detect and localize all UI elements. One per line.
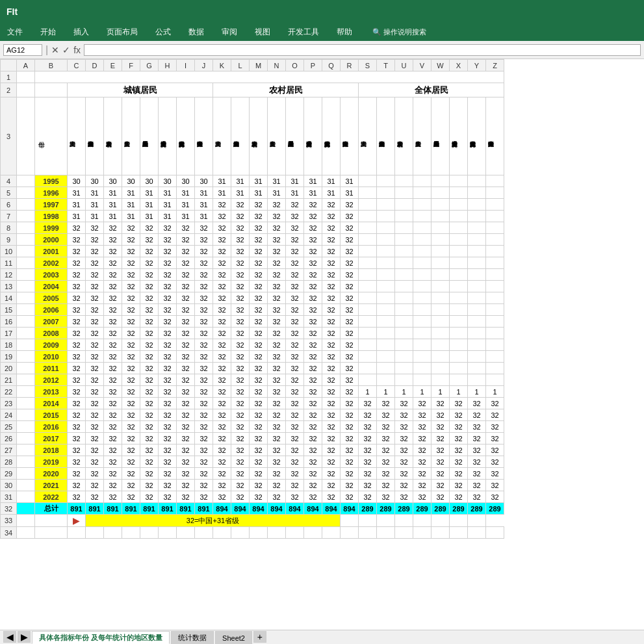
cell-urban-13-3[interactable]: 32 xyxy=(122,281,140,292)
cell-urban-13-2[interactable]: 32 xyxy=(104,281,122,292)
cell-urban-24-5[interactable]: 32 xyxy=(159,409,177,421)
cell-rural-9-7[interactable]: 32 xyxy=(341,234,359,246)
cell-34-9[interactable] xyxy=(195,527,213,539)
cell-urban-4-7[interactable]: 30 xyxy=(195,175,213,187)
cell-urban-12-6[interactable]: 32 xyxy=(177,269,195,281)
cell-b23-year[interactable]: 2014 xyxy=(35,398,68,409)
cell-urban-28-4[interactable]: 32 xyxy=(140,456,159,468)
formula-input[interactable] xyxy=(84,44,641,56)
cell-rural-13-1[interactable]: 32 xyxy=(231,281,250,292)
cell-urban-26-0[interactable]: 32 xyxy=(68,433,86,444)
cell-all-6-6[interactable] xyxy=(468,199,486,211)
cell-all-16-2[interactable] xyxy=(395,316,413,328)
cell-urban-21-1[interactable]: 32 xyxy=(86,374,104,386)
cell-urban-16-0[interactable]: 32 xyxy=(68,316,86,328)
cell-urban-10-5[interactable]: 32 xyxy=(159,246,177,257)
cell-all-10-2[interactable] xyxy=(395,246,413,257)
cell-34-19[interactable] xyxy=(377,527,395,539)
cell-all-31-1[interactable]: 32 xyxy=(377,491,395,503)
cell-all-16-3[interactable] xyxy=(413,316,431,328)
cell-urban-30-3[interactable]: 32 xyxy=(122,480,140,491)
cell-total-all-2[interactable]: 289 xyxy=(395,503,413,515)
col-w-header[interactable]: W xyxy=(431,60,450,71)
cell-rural-16-3[interactable]: 32 xyxy=(268,316,286,328)
cell-rural-24-4[interactable]: 32 xyxy=(286,409,304,421)
cell-all-8-4[interactable] xyxy=(431,222,450,234)
cell-rural-27-6[interactable]: 32 xyxy=(322,444,341,456)
cell-all-13-4[interactable] xyxy=(431,281,450,292)
cell-all-14-0[interactable] xyxy=(359,292,377,304)
cell-rural-24-3[interactable]: 32 xyxy=(268,409,286,421)
cell-urban-19-2[interactable]: 32 xyxy=(104,351,122,363)
cell-all-29-5[interactable]: 32 xyxy=(450,468,468,480)
cell-all-27-3[interactable]: 32 xyxy=(413,444,431,456)
cell-rural-6-3[interactable]: 32 xyxy=(268,199,286,211)
cell-urban-4-1[interactable]: 30 xyxy=(86,175,104,187)
cell-all-6-3[interactable] xyxy=(413,199,431,211)
cell-all-20-1[interactable] xyxy=(377,363,395,374)
cell-rural-21-1[interactable]: 32 xyxy=(231,374,250,386)
cell-rural-15-5[interactable]: 32 xyxy=(304,304,322,316)
cell-rural-11-6[interactable]: 32 xyxy=(322,257,341,269)
cell-rural-22-5[interactable]: 32 xyxy=(304,386,322,398)
cell-all-11-5[interactable] xyxy=(450,257,468,269)
cell-all-21-6[interactable] xyxy=(468,374,486,386)
cell-urban-26-1[interactable]: 32 xyxy=(86,433,104,444)
cell-34-0[interactable] xyxy=(17,527,35,539)
cell-all-5-4[interactable] xyxy=(431,187,450,199)
cell-all-17-2[interactable] xyxy=(395,328,413,339)
cell-all-21-5[interactable] xyxy=(450,374,468,386)
cell-34-13[interactable] xyxy=(268,527,286,539)
cell-urban-19-4[interactable]: 32 xyxy=(140,351,159,363)
col-q-header[interactable]: Q xyxy=(322,60,341,71)
cell-all-8-1[interactable] xyxy=(377,222,395,234)
cell-rural-24-5[interactable]: 32 xyxy=(304,409,322,421)
cell-all-15-5[interactable] xyxy=(450,304,468,316)
cell-a18[interactable] xyxy=(17,339,35,351)
cell-urban-7-3[interactable]: 31 xyxy=(122,211,140,222)
menu-help[interactable]: 帮助 xyxy=(333,25,356,39)
cell-rural-24-0[interactable]: 32 xyxy=(213,409,231,421)
cell-all-31-7[interactable]: 32 xyxy=(486,491,504,503)
cell-rural-29-7[interactable]: 32 xyxy=(341,468,359,480)
cell-urban-31-1[interactable]: 32 xyxy=(86,491,104,503)
cell-all-15-1[interactable] xyxy=(377,304,395,316)
cell-rural-7-0[interactable]: 32 xyxy=(213,211,231,222)
cell-note-empty-3[interactable] xyxy=(395,515,413,527)
cell-rural-26-0[interactable]: 32 xyxy=(213,433,231,444)
cell-rural-24-6[interactable]: 32 xyxy=(322,409,341,421)
cell-rural-27-7[interactable]: 32 xyxy=(341,444,359,456)
cell-b31-year[interactable]: 2022 xyxy=(35,491,68,503)
cell-all-9-3[interactable] xyxy=(413,234,431,246)
cell-rural-4-1[interactable]: 31 xyxy=(231,175,250,187)
cell-urban-17-2[interactable]: 32 xyxy=(104,328,122,339)
cell-urban-21-6[interactable]: 32 xyxy=(177,374,195,386)
cell-rural-16-2[interactable]: 32 xyxy=(250,316,268,328)
cell-34-22[interactable] xyxy=(431,527,450,539)
cell-rural-30-0[interactable]: 32 xyxy=(213,480,231,491)
cell-urban-5-1[interactable]: 31 xyxy=(86,187,104,199)
cell-urban-13-7[interactable]: 32 xyxy=(195,281,213,292)
cell-urban-31-4[interactable]: 32 xyxy=(140,491,159,503)
cell-urban-25-5[interactable]: 32 xyxy=(159,421,177,433)
cell-rural-20-4[interactable]: 32 xyxy=(286,363,304,374)
tab-add-button[interactable]: + xyxy=(253,631,266,643)
cell-all-30-2[interactable]: 32 xyxy=(395,480,413,491)
cell-rural-12-3[interactable]: 32 xyxy=(268,269,286,281)
cell-all-14-1[interactable] xyxy=(377,292,395,304)
cell-rural-23-1[interactable]: 32 xyxy=(231,398,250,409)
cell-a12[interactable] xyxy=(17,269,35,281)
cell-urban-5-4[interactable]: 31 xyxy=(140,187,159,199)
cell-a32[interactable] xyxy=(17,503,35,515)
cell-a23[interactable] xyxy=(17,398,35,409)
cell-rural-12-4[interactable]: 32 xyxy=(286,269,304,281)
cell-rural-20-5[interactable]: 32 xyxy=(304,363,322,374)
cell-rural-13-7[interactable]: 32 xyxy=(341,281,359,292)
cell-urban-26-6[interactable]: 32 xyxy=(177,433,195,444)
cell-rural-28-6[interactable]: 32 xyxy=(322,456,341,468)
cell-rural-30-6[interactable]: 32 xyxy=(322,480,341,491)
cell-b4-year[interactable]: 1995 xyxy=(35,175,68,187)
cell-rural-11-1[interactable]: 32 xyxy=(231,257,250,269)
cell-urban-7-7[interactable]: 31 xyxy=(195,211,213,222)
cell-all-20-4[interactable] xyxy=(431,363,450,374)
